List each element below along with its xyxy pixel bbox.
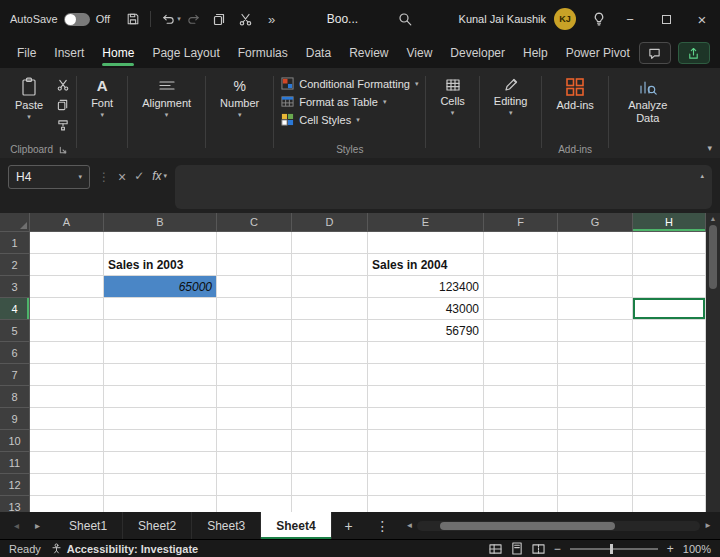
font-button[interactable]: A Font ▾ xyxy=(84,74,120,121)
cell-h1[interactable] xyxy=(633,232,706,254)
cell-c4[interactable] xyxy=(217,298,292,320)
number-button[interactable]: % Number ▾ xyxy=(213,74,266,121)
cell-a3[interactable] xyxy=(30,276,104,298)
column-header-c[interactable]: C xyxy=(217,213,292,232)
row-header-6[interactable]: 6 xyxy=(0,342,30,364)
cell-d13[interactable] xyxy=(292,496,368,512)
row-header-5[interactable]: 5 xyxy=(0,320,30,342)
share-button[interactable] xyxy=(678,42,710,64)
format-painter-icon[interactable] xyxy=(57,119,69,131)
cell-c8[interactable] xyxy=(217,386,292,408)
cell-b11[interactable] xyxy=(104,452,217,474)
cell-a1[interactable] xyxy=(30,232,104,254)
cell-c1[interactable] xyxy=(217,232,292,254)
cell-g11[interactable] xyxy=(558,452,633,474)
analyze-data-button[interactable]: Analyze Data xyxy=(616,74,680,127)
row-header-2[interactable]: 2 xyxy=(0,254,30,276)
scroll-left-icon[interactable]: ◄ xyxy=(406,521,414,530)
cell-e3[interactable]: 123400 xyxy=(368,276,484,298)
search-icon[interactable] xyxy=(392,6,418,32)
cell-a8[interactable] xyxy=(30,386,104,408)
cell-e1[interactable] xyxy=(368,232,484,254)
redo-icon[interactable] xyxy=(181,6,207,32)
cell-g12[interactable] xyxy=(558,474,633,496)
scroll-right-icon[interactable]: ► xyxy=(704,521,712,530)
editing-button[interactable]: Editing ▾ xyxy=(487,74,535,119)
cell-c2[interactable] xyxy=(217,254,292,276)
cell-d5[interactable] xyxy=(292,320,368,342)
cell-g2[interactable] xyxy=(558,254,633,276)
menu-item-view[interactable]: View xyxy=(398,40,442,67)
cell-d10[interactable] xyxy=(292,430,368,452)
maximize-button[interactable] xyxy=(648,0,684,38)
cell-a9[interactable] xyxy=(30,408,104,430)
cell-f5[interactable] xyxy=(484,320,558,342)
conditional-formatting-button[interactable]: Conditional Formatting ▾ xyxy=(281,77,418,90)
horizontal-scroll-thumb[interactable] xyxy=(440,522,615,530)
cell-b8[interactable] xyxy=(104,386,217,408)
cell-c12[interactable] xyxy=(217,474,292,496)
cell-f11[interactable] xyxy=(484,452,558,474)
row-header-13[interactable]: 13 xyxy=(0,496,30,512)
sheet-tab-sheet2[interactable]: Sheet2 xyxy=(123,512,192,539)
menu-item-page-layout[interactable]: Page Layout xyxy=(143,40,228,67)
cell-d9[interactable] xyxy=(292,408,368,430)
autosave-control[interactable]: AutoSave Off xyxy=(10,13,110,26)
cell-e7[interactable] xyxy=(368,364,484,386)
sheet-options-icon[interactable]: ⋮ xyxy=(366,512,400,539)
cell-e12[interactable] xyxy=(368,474,484,496)
cell-h6[interactable] xyxy=(633,342,706,364)
cell-d2[interactable] xyxy=(292,254,368,276)
cell-c6[interactable] xyxy=(217,342,292,364)
cell-g4[interactable] xyxy=(558,298,633,320)
autosave-toggle[interactable] xyxy=(64,13,90,26)
cancel-icon[interactable]: × xyxy=(118,165,126,185)
menu-item-review[interactable]: Review xyxy=(340,40,397,67)
expand-formula-bar-icon[interactable]: ▴ xyxy=(700,173,704,179)
cell-e5[interactable]: 56790 xyxy=(368,320,484,342)
cell-g6[interactable] xyxy=(558,342,633,364)
cell-c10[interactable] xyxy=(217,430,292,452)
cell-a10[interactable] xyxy=(30,430,104,452)
row-header-10[interactable]: 10 xyxy=(0,430,30,452)
cell-c5[interactable] xyxy=(217,320,292,342)
lightbulb-icon[interactable] xyxy=(586,6,612,32)
normal-view-icon[interactable] xyxy=(489,543,502,555)
cell-f4[interactable] xyxy=(484,298,558,320)
column-header-h[interactable]: H xyxy=(633,213,706,232)
cell-d7[interactable] xyxy=(292,364,368,386)
column-header-a[interactable]: A xyxy=(30,213,104,232)
cell-d8[interactable] xyxy=(292,386,368,408)
cell-b4[interactable] xyxy=(104,298,217,320)
save-icon[interactable] xyxy=(120,6,146,32)
cell-h9[interactable] xyxy=(633,408,706,430)
page-break-view-icon[interactable] xyxy=(532,543,545,555)
cell-b12[interactable] xyxy=(104,474,217,496)
cell-h13[interactable] xyxy=(633,496,706,512)
sheet-tab-sheet3[interactable]: Sheet3 xyxy=(192,512,261,539)
sheet-tab-sheet4[interactable]: Sheet4 xyxy=(261,512,331,539)
cell-f1[interactable] xyxy=(484,232,558,254)
column-header-b[interactable]: B xyxy=(104,213,217,232)
select-all-button[interactable] xyxy=(0,213,30,232)
zoom-level[interactable]: 100% xyxy=(683,543,711,555)
copy-icon[interactable] xyxy=(57,99,69,111)
page-layout-view-icon[interactable] xyxy=(511,542,523,555)
menu-item-formulas[interactable]: Formulas xyxy=(229,40,297,67)
menu-item-insert[interactable]: Insert xyxy=(45,40,93,67)
column-header-g[interactable]: G xyxy=(558,213,633,232)
drag-handle-icon[interactable]: ⋮ xyxy=(98,165,110,184)
cell-a5[interactable] xyxy=(30,320,104,342)
cell-g1[interactable] xyxy=(558,232,633,254)
cell-d11[interactable] xyxy=(292,452,368,474)
row-header-8[interactable]: 8 xyxy=(0,386,30,408)
close-button[interactable]: × xyxy=(684,0,720,38)
cell-g10[interactable] xyxy=(558,430,633,452)
horizontal-scrollbar[interactable]: ◄ ► xyxy=(406,512,712,539)
menu-item-data[interactable]: Data xyxy=(297,40,340,67)
minimize-button[interactable]: − xyxy=(612,0,648,38)
cell-g3[interactable] xyxy=(558,276,633,298)
cell-f6[interactable] xyxy=(484,342,558,364)
cell-d6[interactable] xyxy=(292,342,368,364)
cell-e4[interactable]: 43000 xyxy=(368,298,484,320)
